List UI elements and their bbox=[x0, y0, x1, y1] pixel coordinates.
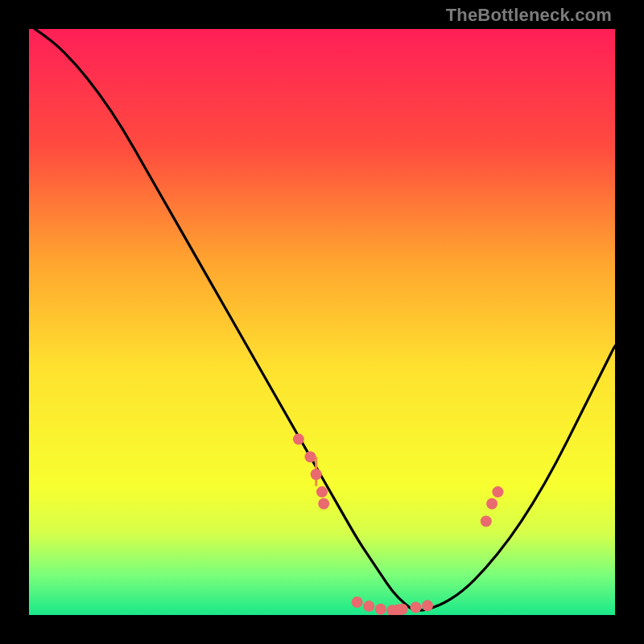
data-marker bbox=[486, 498, 497, 510]
data-marker bbox=[293, 434, 304, 445]
data-marker bbox=[363, 601, 374, 612]
chart-plot-area bbox=[29, 29, 615, 615]
data-marker bbox=[316, 486, 328, 497]
data-marker bbox=[352, 597, 363, 608]
data-marker bbox=[492, 486, 503, 497]
attribution-label: TheBottleneck.com bbox=[446, 5, 612, 26]
data-marker bbox=[397, 604, 408, 615]
data-marker bbox=[318, 498, 329, 510]
data-marker bbox=[481, 516, 492, 527]
data-marker bbox=[311, 469, 322, 480]
data-marker bbox=[375, 604, 386, 615]
chart-svg bbox=[29, 29, 615, 615]
data-marker bbox=[410, 602, 421, 613]
data-marker bbox=[422, 600, 433, 611]
data-marker bbox=[304, 451, 316, 462]
chart-background-gradient bbox=[29, 29, 615, 615]
